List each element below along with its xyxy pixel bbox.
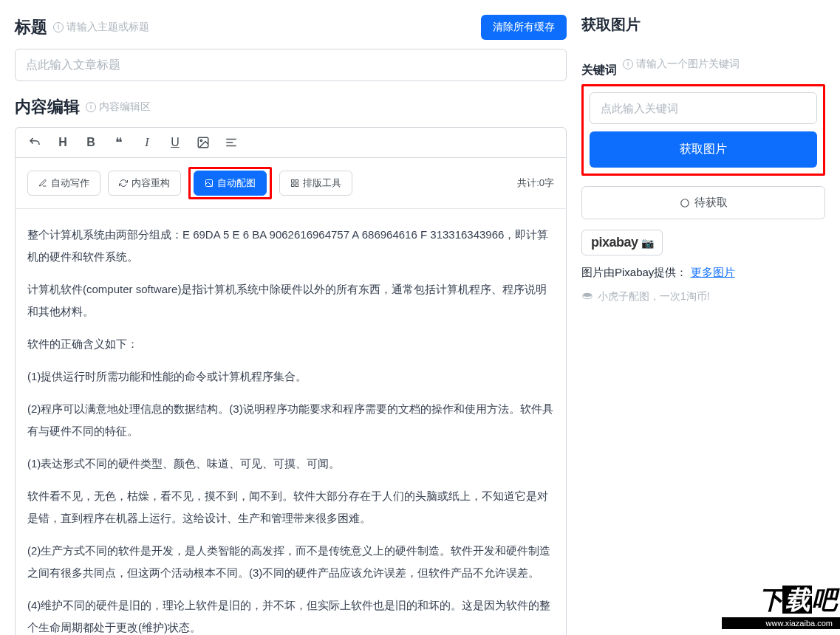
info-icon: i [53, 22, 64, 32]
undo-icon[interactable] [27, 135, 42, 150]
pending-button[interactable]: 待获取 [581, 186, 825, 219]
title-header: 标题 i 请输入主题或标题 清除所有缓存 [15, 15, 567, 40]
picture-icon [205, 179, 214, 188]
fetch-image-button[interactable]: 获取图片 [590, 131, 817, 168]
word-count: 共计:0字 [517, 176, 554, 190]
content-paragraph: 计算机软件(computer software)是指计算机系统中除硬件以外的所有… [27, 278, 554, 323]
content-hint: i 内容编辑区 [86, 100, 151, 114]
refresh-icon [119, 179, 128, 188]
restructure-button[interactable]: 内容重构 [108, 171, 181, 196]
editor: H B ❝ I U 自动写作 内容重构 [15, 127, 567, 635]
svg-rect-9 [296, 184, 298, 187]
content-paragraph: (2)程序可以满意地处理信息的数据结构。(3)说明程序功能要求和程序需要的文档的… [27, 398, 554, 442]
camera-icon: 📷 [641, 237, 654, 249]
more-images-link[interactable]: 更多图片 [691, 266, 735, 278]
align-icon[interactable] [224, 135, 239, 150]
svg-rect-6 [292, 180, 295, 183]
content-paragraph: 软件的正确含义如下： [27, 333, 554, 355]
keyword-highlight: 获取图片 [581, 84, 825, 176]
svg-rect-8 [292, 184, 295, 187]
content-paragraph: (1)提供运行时所需功能和性能的命令或计算机程序集合。 [27, 365, 554, 388]
keyword-input[interactable] [590, 92, 817, 124]
content-paragraph: 整个计算机系统由两部分组成：E 69DA 5 E 6 BA 9062616964… [27, 224, 554, 268]
provided-text: 图片由Pixabay提供： 更多图片 [581, 266, 825, 280]
pixabay-badge: pixabay📷 [581, 230, 663, 255]
info-icon: i [623, 59, 633, 69]
content-paragraph: 软件看不见，无色，枯燥，看不见，摸不到，闻不到。软件大部分存在于人们的头脑或纸上… [27, 485, 554, 529]
heading-icon[interactable]: H [55, 135, 70, 150]
auto-write-button[interactable]: 自动写作 [27, 171, 100, 196]
title-hint: i 请输入主题或标题 [53, 21, 149, 34]
svg-point-10 [680, 199, 689, 207]
content-paragraph: (1)表达形式不同的硬件类型、颜色、味道、可见、可摸、可闻。 [27, 453, 554, 475]
grid-icon [290, 179, 299, 188]
svg-point-11 [583, 293, 592, 297]
credit-line: 小虎子配图，一次1淘币! [581, 290, 825, 303]
svg-point-1 [200, 140, 202, 141]
svg-rect-7 [296, 180, 298, 183]
image-icon[interactable] [196, 135, 211, 150]
sidebar-title: 获取图片 [581, 15, 825, 35]
auto-image-highlight: 自动配图 [188, 167, 272, 199]
clear-cache-button[interactable]: 清除所有缓存 [481, 15, 567, 40]
content-header: 内容编辑 i 内容编辑区 [15, 96, 567, 118]
content-label: 内容编辑 [15, 96, 80, 118]
title-label: 标题 [15, 16, 47, 38]
toolbar: H B ❝ I U [16, 128, 566, 158]
italic-icon[interactable]: I [140, 135, 154, 150]
content-paragraph: (2)生产方式不同的软件是开发，是人类智能的高发挥，而不是传统意义上的硬件制造。… [27, 540, 554, 584]
editor-content[interactable]: 整个计算机系统由两部分组成：E 69DA 5 E 6 BA 9062616964… [16, 209, 566, 635]
action-row: 自动写作 内容重构 自动配图 排版工具 共计:0字 [16, 158, 566, 209]
content-paragraph: (4)维护不同的硬件是旧的，理论上软件是旧的，并不坏，但实际上软件也是旧的和坏的… [27, 594, 554, 635]
underline-icon[interactable]: U [168, 135, 182, 150]
circle-icon [680, 198, 690, 208]
keyword-hint: i 请输入一个图片关键词 [623, 58, 740, 71]
bold-icon[interactable]: B [83, 135, 98, 150]
article-title-input[interactable] [15, 49, 567, 81]
pencil-icon [38, 179, 47, 188]
keyword-label: 关键词 [581, 63, 617, 78]
coin-icon [581, 291, 593, 303]
auto-image-button[interactable]: 自动配图 [194, 171, 267, 196]
info-icon: i [86, 102, 96, 112]
layout-tool-button[interactable]: 排版工具 [279, 171, 352, 196]
quote-icon[interactable]: ❝ [112, 135, 126, 150]
